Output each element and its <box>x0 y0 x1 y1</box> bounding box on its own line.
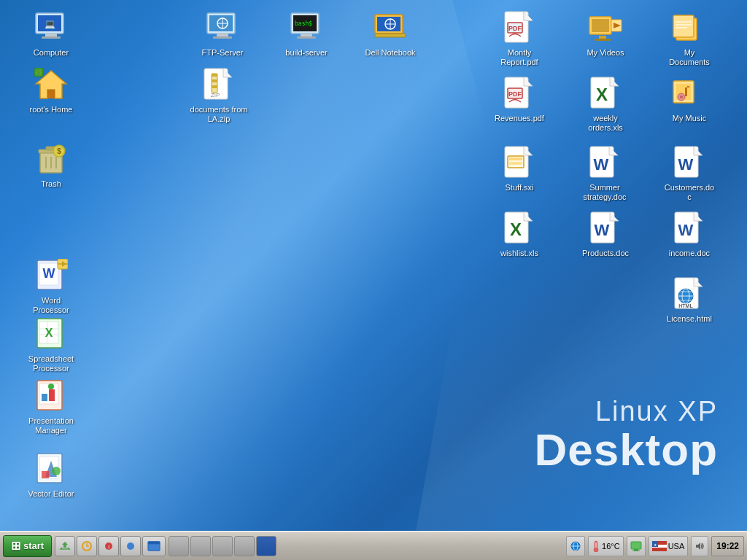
quicklaunch-signal2[interactable] <box>120 536 141 556</box>
desktop-icon-word-processor[interactable]: W Word Processor <box>22 255 80 318</box>
taskbar-win-2[interactable] <box>190 536 211 556</box>
clock[interactable]: 19:22 <box>711 536 744 556</box>
products-doc-icon: W <box>588 211 623 246</box>
svg-point-137 <box>48 384 54 389</box>
build-server-icon: bash$ <box>289 10 324 45</box>
desktop-icon-roots-home[interactable]: 🌿 root's Home <box>22 64 80 117</box>
svg-rect-10 <box>217 34 228 36</box>
taskbar-window-buttons <box>169 536 276 556</box>
svg-point-153 <box>594 548 598 552</box>
tray-volume[interactable] <box>691 536 708 556</box>
svg-rect-51 <box>212 79 217 82</box>
taskbar-win-5[interactable] <box>256 536 276 556</box>
svg-rect-156 <box>634 549 638 551</box>
svg-rect-22 <box>375 34 406 37</box>
desktop-icon-my-documents[interactable]: My Documents <box>660 7 719 70</box>
quicklaunch-signal[interactable]: ! <box>98 536 119 556</box>
svg-rect-52 <box>212 85 217 88</box>
svg-rect-16 <box>297 36 316 39</box>
desktop-icon-montly-report[interactable]: PDF Montly Report.pdf <box>490 7 549 70</box>
customers-doc-icon: W <box>672 145 707 180</box>
svg-rect-154 <box>595 542 597 548</box>
desktop-icon-customers-doc[interactable]: W Customers.doc <box>660 142 719 205</box>
license-html-icon: HTML <box>672 276 707 311</box>
taskbar-win-3[interactable] <box>212 536 233 556</box>
desktop-icon-ftp-server[interactable]: FTP-Server <box>193 7 252 61</box>
svg-text:X: X <box>510 219 522 239</box>
tray-monitor[interactable] <box>627 536 646 556</box>
svg-text:💻: 💻 <box>44 18 55 29</box>
taskbar-win-4[interactable] <box>234 536 255 556</box>
svg-rect-135 <box>42 394 47 401</box>
ftp-server-icon <box>205 10 240 45</box>
desktop-icon-weekly-orders[interactable]: X weekly orders.xls <box>576 73 635 136</box>
desktop-icon-my-videos[interactable]: My Videos <box>576 7 635 61</box>
my-documents-icon <box>672 10 707 45</box>
svg-text:bash$: bash$ <box>295 20 312 27</box>
taskbar-open-app-1[interactable] <box>142 536 166 556</box>
desktop-icon-my-music[interactable]: My Music <box>660 73 719 126</box>
desktop-icon-products-doc[interactable]: W Products.doc <box>576 208 635 261</box>
taskbar-win-1[interactable] <box>169 536 189 556</box>
desktop-icon-vector-editor[interactable]: Vector Editor <box>22 448 80 502</box>
svg-rect-31 <box>592 19 609 32</box>
desktop-icon-wishlist-xls[interactable]: X wishlist.xls <box>490 208 549 261</box>
svg-rect-2 <box>45 34 57 36</box>
trash-label: Trash <box>25 179 77 189</box>
svg-text:W: W <box>43 266 55 281</box>
svg-rect-40 <box>676 27 687 28</box>
vector-editor-icon <box>34 451 69 486</box>
income-doc-label: income.doc <box>663 249 716 258</box>
tray-country[interactable]: ★ USA <box>649 536 689 556</box>
svg-rect-136 <box>49 389 55 401</box>
svg-rect-50 <box>212 74 217 77</box>
svg-point-142 <box>52 467 61 475</box>
desktop-icon-summer-strategy[interactable]: W Summer strategy.doc <box>573 142 637 205</box>
temperature-label: 16°C <box>602 542 620 551</box>
desktop-icon-spreadsheet-processor[interactable]: X Spreadsheet Processor <box>22 314 80 376</box>
montly-report-label: Montly Report.pdf <box>493 48 546 67</box>
svg-text:PDF: PDF <box>508 90 522 98</box>
desktop-icon-presentation-manager[interactable]: Presentation Manager <box>22 376 80 438</box>
desktop-icon-computer[interactable]: 💻 Computer <box>22 7 80 61</box>
start-icon: ⊞ <box>11 539 20 553</box>
wishlist-xls-icon: X <box>502 211 537 246</box>
montly-report-icon: PDF <box>502 10 537 45</box>
desktop-icon-build-server[interactable]: bash$ build-server <box>277 7 336 61</box>
taskbar-apps: ! <box>55 536 566 556</box>
quicklaunch-recycle1[interactable] <box>55 536 75 556</box>
svg-rect-141 <box>42 471 49 478</box>
start-button[interactable]: ⊞ start <box>3 535 52 557</box>
tray-network[interactable] <box>566 536 585 556</box>
svg-text:!: ! <box>108 544 109 551</box>
summer-strategy-icon: W <box>587 145 622 180</box>
brand-line1: Linux XP <box>534 396 718 427</box>
quicklaunch-recycle2[interactable] <box>77 536 97 556</box>
word-processor-icon: W <box>34 258 69 293</box>
brand-line2: Desktop <box>534 427 718 472</box>
svg-rect-155 <box>631 542 641 549</box>
svg-text:W: W <box>594 155 609 174</box>
desktop-icon-stuff-sxi[interactable]: Stuff.sxi <box>490 142 549 195</box>
desktop-icon-dell-notebook[interactable]: Dell Notebook <box>361 7 419 61</box>
svg-text:$: $ <box>57 147 61 155</box>
svg-rect-37 <box>673 15 694 37</box>
svg-text:PDF: PDF <box>508 25 522 32</box>
country-label: USA <box>668 542 685 551</box>
vector-editor-label: Vector Editor <box>25 489 77 499</box>
computer-label: Computer <box>25 48 77 58</box>
desktop-icon-revenues-pdf[interactable]: PDF Revenues.pdf <box>490 73 549 126</box>
desktop-icon-license-html[interactable]: HTML License.html <box>660 273 719 327</box>
desktop-icon-income-doc[interactable]: W income.doc <box>660 208 719 261</box>
wishlist-xls-label: wishlist.xls <box>493 249 546 258</box>
products-doc-label: Products.doc <box>579 249 632 258</box>
desktop-icon-documents-zip[interactable]: ZIP documents from LA.zip <box>186 64 252 127</box>
svg-rect-35 <box>595 39 611 41</box>
ftp-server-label: FTP-Server <box>196 48 249 58</box>
svg-rect-39 <box>676 24 692 26</box>
tray-temperature[interactable]: 16°C <box>588 536 624 556</box>
svg-text:ZIP: ZIP <box>211 92 220 98</box>
svg-rect-70 <box>687 86 689 88</box>
desktop-icon-trash[interactable]: $ Trash <box>22 139 80 192</box>
svg-text:X: X <box>45 327 53 339</box>
